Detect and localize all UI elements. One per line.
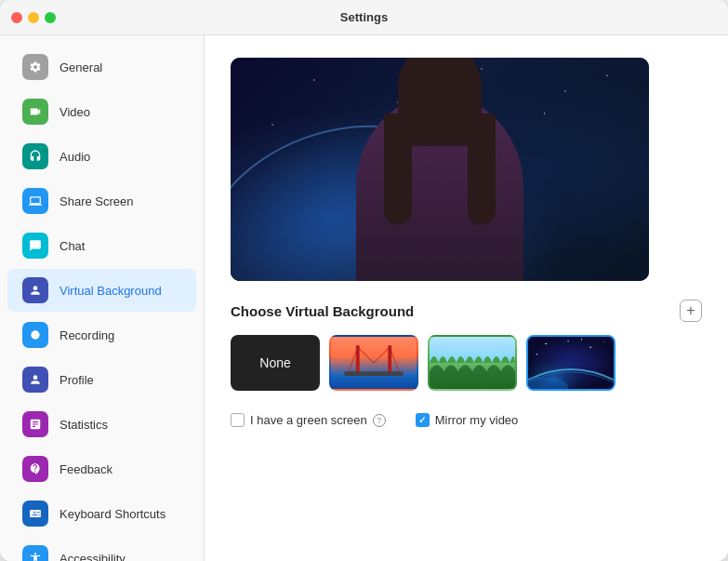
video-preview: [231, 58, 649, 281]
sidebar-label-keyboard-shortcuts: Keyboard Shortcuts: [60, 507, 165, 521]
sidebar-item-general[interactable]: General: [7, 46, 196, 88]
background-option-space[interactable]: [526, 335, 615, 391]
sidebar-item-video[interactable]: Video: [7, 90, 196, 133]
sidebar-label-feedback: Feedback: [60, 462, 113, 476]
settings-window: Settings General Video: [0, 0, 728, 561]
green-screen-checkbox[interactable]: [231, 413, 245, 427]
sidebar-item-statistics[interactable]: Statistics: [7, 403, 196, 446]
mirror-video-label: Mirror my video: [435, 413, 519, 427]
statistics-icon: [22, 411, 48, 437]
sidebar-label-share-screen: Share Screen: [60, 194, 134, 208]
sidebar-item-chat[interactable]: Chat: [7, 224, 196, 267]
virtual-background-icon: [22, 277, 48, 303]
sidebar-item-audio[interactable]: Audio: [7, 135, 196, 178]
backgrounds-grid: None: [231, 335, 702, 391]
svg-point-12: [589, 346, 591, 347]
sidebar-item-feedback[interactable]: Feedback: [7, 447, 196, 490]
svg-point-14: [536, 354, 537, 354]
add-background-button[interactable]: +: [680, 300, 702, 322]
chat-icon: [22, 233, 48, 259]
sidebar-label-profile: Profile: [60, 373, 94, 387]
svg-point-0: [31, 330, 39, 339]
main-content: General Video Audio: [0, 35, 728, 561]
mirror-video-checkbox[interactable]: [416, 413, 430, 427]
keyboard-shortcuts-icon: [22, 501, 48, 527]
svg-point-13: [603, 341, 604, 342]
sidebar-label-virtual-background: Virtual Background: [60, 284, 162, 298]
profile-icon: [22, 367, 48, 393]
background-option-bridge[interactable]: [329, 335, 418, 391]
sidebar-item-virtual-background[interactable]: Virtual Background: [7, 269, 196, 312]
green-screen-group: I have a green screen ?: [231, 413, 386, 427]
video-background: [231, 58, 649, 281]
svg-rect-5: [344, 371, 403, 376]
video-icon: [22, 99, 48, 125]
audio-icon: [22, 143, 48, 169]
sidebar-label-chat: Chat: [60, 239, 85, 253]
titlebar: Settings: [0, 0, 728, 35]
sidebar-label-statistics: Statistics: [60, 418, 108, 432]
person-hair-right: [468, 114, 496, 225]
sidebar-item-accessibility[interactable]: Accessibility: [7, 537, 196, 561]
window-title: Settings: [340, 10, 388, 24]
recording-icon: [22, 322, 48, 348]
svg-point-11: [568, 341, 569, 341]
svg-rect-2: [331, 376, 417, 389]
svg-point-15: [581, 339, 582, 340]
section-title: Choose Virtual Background: [231, 303, 414, 319]
background-option-nature[interactable]: [428, 335, 517, 391]
none-label: None: [259, 355, 290, 370]
share-screen-icon: [22, 188, 48, 214]
main-panel: Choose Virtual Background + None: [205, 35, 728, 561]
traffic-lights: [11, 12, 56, 23]
mirror-video-group: Mirror my video: [416, 413, 519, 427]
green-screen-label: I have a green screen: [250, 413, 367, 427]
feedback-icon: [22, 456, 48, 482]
sidebar-label-audio: Audio: [60, 150, 90, 164]
sidebar-item-recording[interactable]: Recording: [7, 314, 196, 356]
sidebar-label-recording: Recording: [60, 328, 114, 342]
maximize-button[interactable]: [45, 12, 56, 23]
sidebar-label-video: Video: [60, 105, 90, 119]
background-option-none[interactable]: None: [231, 335, 320, 391]
close-button[interactable]: [11, 12, 22, 23]
sidebar-label-general: General: [60, 60, 102, 74]
sidebar-item-keyboard-shortcuts[interactable]: Keyboard Shortcuts: [7, 492, 196, 535]
bottom-options: I have a green screen ? Mirror my video: [231, 413, 702, 427]
svg-rect-1: [331, 337, 417, 376]
sidebar: General Video Audio: [0, 35, 205, 561]
section-header: Choose Virtual Background +: [231, 300, 702, 322]
person-hair-left: [384, 114, 412, 225]
sidebar-item-profile[interactable]: Profile: [7, 358, 196, 401]
sidebar-label-accessibility: Accessibility: [60, 552, 126, 562]
minimize-button[interactable]: [28, 12, 39, 23]
general-icon: [22, 54, 48, 80]
svg-point-10: [545, 343, 547, 344]
plus-icon: +: [686, 302, 695, 319]
accessibility-icon: [22, 545, 48, 561]
sidebar-item-share-screen[interactable]: Share Screen: [7, 180, 196, 222]
help-icon[interactable]: ?: [373, 414, 386, 427]
